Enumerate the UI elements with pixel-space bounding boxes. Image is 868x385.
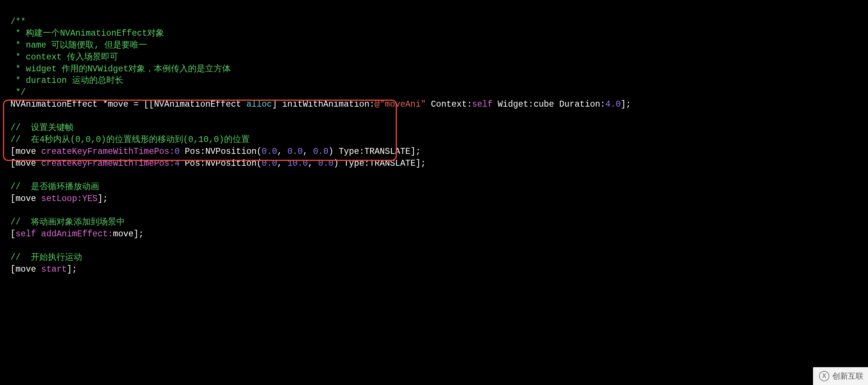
comment: // 开始执行运动 (10, 253, 82, 262)
code-line-start: [move start]; (10, 265, 77, 274)
comment: /** (10, 17, 26, 27)
code-line-alloc: NVAnimationEffect *move = [[NVAnimationE… (10, 100, 631, 109)
code-line-setloop: [move setLoop:YES]; (10, 194, 108, 204)
watermark-label: 创新互联 (832, 371, 864, 381)
code-line-keyframe: [move createKeyFrameWithTimePos:0 Pos:NV… (10, 147, 421, 156)
comment: * 构建一个NVAnimationEffect对象 (10, 29, 164, 38)
comment: * context 传入场景即可 (10, 52, 118, 62)
comment: * widget 作用的NVWidget对象，本例传入的是立方体 (10, 64, 231, 74)
code-line-keyframe: [move createKeyFrameWithTimePos:4 Pos:NV… (10, 159, 426, 168)
code-line-addanim: [self addAnimEffect:move]; (10, 229, 144, 239)
comment: * duration 运动的总时长 (10, 76, 123, 85)
comment: // 将动画对象添加到场景中 (10, 217, 125, 227)
comment: // 设置关键帧 (10, 123, 74, 133)
code-block: /** * 构建一个NVAnimationEffect对象 * name 可以随… (0, 0, 868, 280)
watermark: X 创新互联 (813, 367, 868, 385)
comment: */ (10, 88, 26, 97)
comment: // 在4秒内从(0,0,0)的位置线形的移动到(0,10,0)的位置 (10, 135, 250, 145)
comment: * name 可以随便取, 但是要唯一 (10, 41, 147, 50)
comment: // 是否循环播放动画 (10, 182, 99, 192)
watermark-icon: X (819, 371, 829, 381)
